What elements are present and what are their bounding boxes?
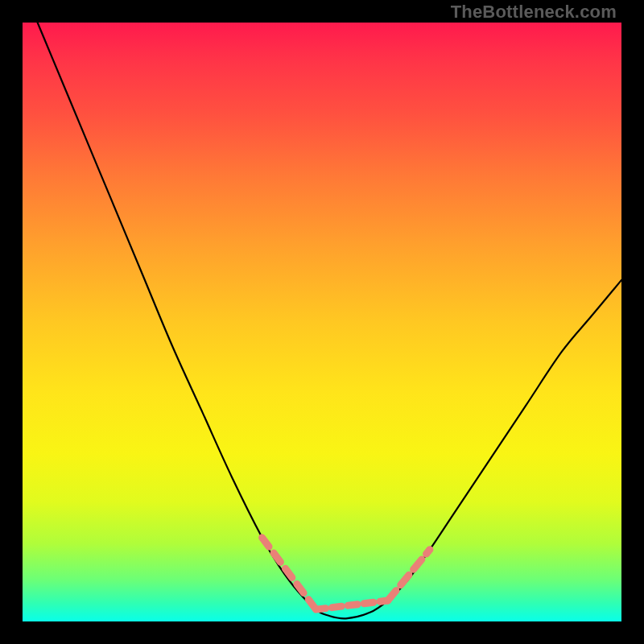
plot-area: [23, 23, 621, 621]
watermark-text: TheBottleneck.com: [451, 2, 617, 23]
bottleneck-curve: [23, 0, 621, 618]
chart-frame: [23, 23, 621, 621]
curve-layer: [23, 23, 621, 621]
highlight-right: [388, 550, 430, 601]
highlight-left: [262, 538, 316, 609]
